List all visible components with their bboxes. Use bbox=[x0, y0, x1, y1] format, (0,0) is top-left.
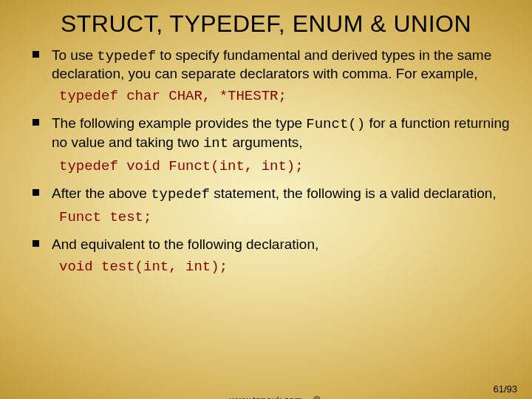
inline-code: typedef bbox=[97, 48, 156, 64]
inline-code: Funct() bbox=[306, 116, 365, 132]
item-text: To use typedef to specify fundamental an… bbox=[52, 47, 491, 81]
square-bullet-icon bbox=[33, 51, 39, 58]
list-item: To use typedef to specify fundamental an… bbox=[30, 47, 510, 82]
slide: STRUCT, TYPEDEF, ENUM & UNION To use typ… bbox=[0, 0, 532, 399]
code-block: typedef char CHAR, *THESTR; bbox=[59, 88, 510, 104]
item-text: The following example provides the type … bbox=[52, 115, 510, 149]
text-fragment: And equivalent to the following declarat… bbox=[52, 236, 318, 252]
list-item: After the above typedef statement, the f… bbox=[30, 185, 510, 203]
code-block: Funct test; bbox=[59, 209, 510, 225]
text-fragment: To use bbox=[52, 47, 97, 63]
copyright-symbol: © bbox=[313, 395, 321, 399]
text-fragment: The following example provides the type bbox=[52, 115, 306, 131]
text-fragment: arguments, bbox=[228, 134, 302, 150]
square-bullet-icon bbox=[33, 240, 39, 247]
code-block: void test(int, int); bbox=[59, 259, 510, 275]
list-item: The following example provides the type … bbox=[30, 115, 510, 151]
bullet-list: To use typedef to specify fundamental an… bbox=[22, 47, 510, 275]
slide-title: STRUCT, TYPEDEF, ENUM & UNION bbox=[22, 10, 510, 38]
text-fragment: After the above bbox=[52, 185, 151, 201]
inline-code: int bbox=[203, 135, 228, 151]
page-number: 61/93 bbox=[493, 383, 517, 395]
text-fragment: statement, the following is a valid decl… bbox=[210, 185, 497, 201]
square-bullet-icon bbox=[33, 189, 39, 196]
inline-code: typedef bbox=[151, 186, 210, 202]
item-text: And equivalent to the following declarat… bbox=[52, 236, 318, 252]
item-text: After the above typedef statement, the f… bbox=[52, 185, 497, 201]
square-bullet-icon bbox=[33, 119, 39, 126]
footer-link[interactable]: www.tenouk.com bbox=[230, 395, 302, 399]
list-item: And equivalent to the following declarat… bbox=[30, 236, 510, 253]
code-block: typedef void Funct(int, int); bbox=[59, 158, 510, 174]
